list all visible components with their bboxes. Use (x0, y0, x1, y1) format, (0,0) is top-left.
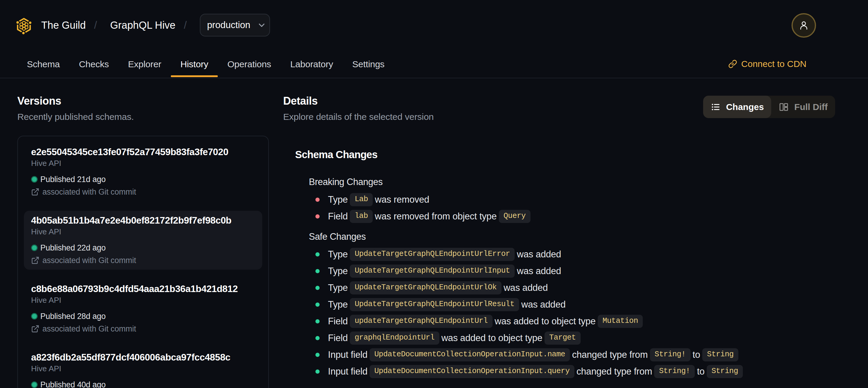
user-menu-button[interactable] (792, 13, 816, 38)
change-groups: Breaking ChangesTypeLabwas removedFieldl… (295, 175, 868, 380)
tab-settings[interactable]: Settings (343, 50, 394, 78)
tab-operations[interactable]: Operations (218, 50, 281, 78)
details-panel: Details Explore details of the selected … (283, 78, 868, 388)
external-link-icon (31, 188, 39, 196)
view-toggle-full-diff[interactable]: Full Diff (771, 96, 835, 118)
breadcrumb: The Guild / GraphQL Hive / production (0, 0, 868, 50)
change-text: Type (328, 249, 348, 260)
published-status-dot (31, 244, 38, 251)
change-text: was removed (375, 194, 429, 205)
version-published-row: Published 21d ago (31, 174, 255, 185)
view-toggle-changes[interactable]: Changes (703, 96, 772, 118)
version-hash: a823f6db2a55df877dcf406006abca97fcc4858c (31, 351, 255, 363)
code-chip: Target (545, 331, 581, 345)
project-name[interactable]: GraphQL Hive (110, 20, 176, 31)
code-chip: graphqlEndpointUrl (350, 331, 439, 345)
change-text: Type (328, 194, 348, 205)
safe-changes-title: Safe Changes (309, 230, 868, 244)
versions-title: Versions (17, 93, 269, 110)
code-chip: UpdateTargetGraphQLEndpointUrlResult (350, 298, 519, 311)
published-status-dot (31, 381, 38, 388)
tab-schema[interactable]: Schema (17, 50, 69, 78)
change-text: changed type from (572, 350, 648, 360)
hive-logo-icon[interactable] (15, 17, 33, 35)
person-icon (798, 20, 809, 31)
git-commit-label: associated with Git commit (42, 255, 136, 266)
code-chip: UpdateTargetGraphQLEndpointUrlError (350, 248, 515, 261)
view-toggle-label: Full Diff (794, 102, 828, 112)
version-git-row[interactable]: associated with Git commit (31, 323, 255, 334)
version-item[interactable]: e2e55045345ce13fe07f52a77459b83fa3fe7020… (24, 142, 262, 201)
change-item: FieldgraphqlEndpointUrlwas added to obje… (315, 330, 868, 347)
version-service: Hive API (31, 363, 255, 374)
target-selector[interactable]: production (200, 14, 270, 36)
main-content: Versions Recently published schemas. e2e… (0, 78, 868, 388)
link-icon (728, 59, 737, 68)
change-item: FieldupdateTargetGraphQLEndpointUrlwas a… (315, 313, 868, 330)
code-chip: lab (350, 210, 373, 223)
version-git-row[interactable]: associated with Git commit (31, 186, 255, 198)
git-commit-label: associated with Git commit (42, 186, 136, 198)
code-chip: UpdateDocumentCollectionOperationInput.n… (370, 348, 570, 361)
version-published-row: Published 22d ago (31, 242, 255, 253)
change-item: TypeUpdateTargetGraphQLEndpointUrlInputw… (315, 263, 868, 279)
version-item-selected[interactable]: 4b05ab51b1b4a7e2e4b0ef82172f2b9f7ef98c0b… (24, 211, 262, 270)
code-chip: UpdateTargetGraphQLEndpointUrlOk (350, 281, 501, 294)
version-list: e2e55045345ce13fe07f52a77459b83fa3fe7020… (17, 136, 269, 388)
details-subtitle: Explore details of the selected version (283, 111, 434, 123)
code-chip: String! (654, 365, 695, 378)
tab-checks[interactable]: Checks (69, 50, 118, 78)
page: The Guild / GraphQL Hive / production (0, 0, 868, 388)
code-chip: String! (650, 348, 690, 361)
view-toggle: ChangesFull Diff (703, 96, 835, 118)
breaking-changes-list: TypeLabwas removedFieldlabwas removed fr… (295, 191, 868, 225)
version-service: Hive API (31, 158, 255, 168)
list-icon (711, 102, 721, 112)
git-commit-label: associated with Git commit (42, 323, 136, 334)
breadcrumb-separator: / (94, 19, 97, 31)
version-item[interactable]: c8b6e88a06793b9c4dfd54aaa21b36a1b421d812… (24, 279, 262, 338)
view-toggle-label: Changes (726, 102, 764, 112)
version-hash: e2e55045345ce13fe07f52a77459b83fa3fe7020 (31, 146, 255, 158)
change-text: Field (328, 316, 348, 327)
chevron-down-icon (257, 21, 266, 29)
version-git-row[interactable]: associated with Git commit (31, 255, 255, 266)
change-text: Type (328, 282, 348, 293)
change-text: Type (328, 266, 348, 276)
published-label: Published 22d ago (40, 242, 106, 253)
change-item: TypeUpdateTargetGraphQLEndpointUrlOkwas … (315, 279, 868, 296)
columns-icon (779, 102, 789, 112)
change-text: to (693, 350, 700, 360)
change-text: was added (517, 266, 561, 276)
versions-subtitle: Recently published schemas. (17, 111, 269, 123)
code-chip: UpdateTargetGraphQLEndpointUrlInput (350, 265, 515, 278)
connect-cdn-link[interactable]: Connect to CDN (728, 50, 806, 78)
tab-history[interactable]: History (171, 50, 218, 78)
change-item: TypeUpdateTargetGraphQLEndpointUrlResult… (315, 296, 868, 313)
top-bar: The Guild / GraphQL Hive / production (0, 0, 868, 78)
change-text: was removed from object type (375, 211, 497, 222)
change-text: Field (328, 211, 348, 222)
published-label: Published 21d ago (40, 174, 106, 185)
change-text: Input field (328, 350, 367, 360)
tab-laboratory[interactable]: Laboratory (281, 50, 343, 78)
change-item: TypeUpdateTargetGraphQLEndpointUrlErrorw… (315, 246, 868, 263)
org-name[interactable]: The Guild (41, 20, 86, 31)
schema-changes-title: Schema Changes (295, 147, 868, 162)
connect-cdn-label: Connect to CDN (741, 59, 806, 69)
published-label: Published 28d ago (40, 310, 106, 322)
code-chip: Lab (350, 193, 373, 206)
change-item: Fieldlabwas removed from object typeQuer… (315, 208, 868, 225)
change-text: changed type from (577, 366, 652, 377)
breaking-changes-title: Breaking Changes (309, 175, 868, 189)
details-title: Details (283, 93, 434, 110)
published-status-dot (31, 176, 38, 183)
version-item[interactable]: a823f6db2a55df877dcf406006abca97fcc4858c… (24, 348, 262, 388)
tab-explorer[interactable]: Explorer (118, 50, 171, 78)
version-hash: c8b6e88a06793b9c4dfd54aaa21b36a1b421d812 (31, 282, 255, 295)
code-chip: updateTargetGraphQLEndpointUrl (350, 315, 493, 328)
change-text: Field (328, 333, 348, 344)
version-published-row: Published 40d ago (31, 379, 255, 388)
tab-bar: SchemaChecksExplorerHistoryOperationsLab… (0, 50, 868, 78)
schema-changes-section: Schema Changes Breaking ChangesTypeLabwa… (295, 147, 868, 380)
